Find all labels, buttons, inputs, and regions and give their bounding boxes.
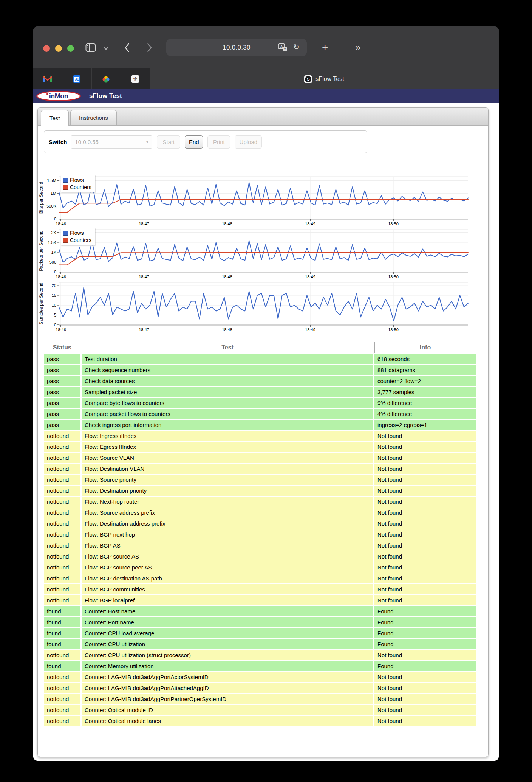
- legend-label: Counters: [70, 237, 91, 244]
- chart-bits-per-second: 18:4618:4718:4818:4918:500500K1M1.5MBits…: [38, 174, 469, 227]
- cell-info: Not found: [374, 453, 476, 463]
- cell-test: Check sequence numbers: [82, 365, 373, 375]
- cell-test: Flow: BGP AS: [82, 540, 373, 551]
- pinned-tab-gmail[interactable]: [33, 68, 62, 90]
- cell-info: Not found: [374, 650, 476, 660]
- cell-test: Counter: LAG-MIB dot3adAggPortPartnerOpe…: [82, 694, 373, 704]
- tab-strip: 31 ⚜ S sFlow Test: [33, 68, 499, 90]
- print-button[interactable]: Print: [207, 135, 230, 149]
- zoom-window-button[interactable]: [67, 45, 74, 52]
- cell-status: notfound: [44, 475, 80, 485]
- start-button[interactable]: Start: [157, 135, 180, 149]
- page-title: sFlow Test: [89, 92, 122, 100]
- cell-test: Counter: CPU utilization (struct process…: [82, 650, 373, 660]
- results-body: passTest duration618 secondspassCheck se…: [44, 354, 476, 726]
- inmon-logo-text: inMon: [49, 92, 68, 100]
- cell-status: notfound: [44, 650, 80, 660]
- cell-info: Not found: [374, 584, 476, 594]
- table-row: notfoundFlow: BGP ASNot found: [44, 540, 476, 551]
- table-row: passCheck ingress port informationingres…: [44, 420, 476, 430]
- svg-text:1.5M: 1.5M: [47, 178, 56, 183]
- cell-test: Check ingress port information: [82, 420, 373, 430]
- overflow-chevrons-icon[interactable]: »: [355, 42, 360, 52]
- cell-status: notfound: [44, 683, 80, 693]
- svg-text:Bits per Second: Bits per Second: [39, 182, 44, 214]
- table-row: passCheck sequence numbers881 datagrams: [44, 365, 476, 375]
- legend-label: Flows: [70, 177, 84, 184]
- cell-test: Flow: BGP destination AS path: [82, 573, 373, 583]
- pinned-tab-calendar[interactable]: 31: [62, 68, 91, 90]
- cell-status: found: [44, 639, 80, 649]
- end-button[interactable]: End: [185, 135, 203, 149]
- svg-text:18:48: 18:48: [222, 275, 232, 279]
- svg-text:Packets per Second: Packets per Second: [39, 230, 44, 271]
- table-row: foundCounter: Port nameFound: [44, 617, 476, 627]
- pinned-tab-photos[interactable]: [92, 68, 121, 90]
- web-page: inMon sFlow Test Test Instructions Switc…: [33, 89, 499, 761]
- chart-canvas: 18:4618:4718:4818:4918:5005101520Samples…: [38, 280, 469, 333]
- upload-button[interactable]: Upload: [235, 135, 262, 149]
- url-text: 10.0.0.30: [223, 44, 251, 51]
- cell-status: found: [44, 628, 80, 638]
- cell-test: Flow: Source address prefix: [82, 507, 373, 518]
- reload-icon[interactable]: ↻: [293, 43, 300, 51]
- cell-info: 881 datagrams: [374, 365, 476, 375]
- url-field[interactable]: 10.0.0.30 A * ↻: [166, 39, 307, 56]
- cell-test: Counter: Port name: [82, 617, 373, 627]
- cell-info: Not found: [374, 464, 476, 474]
- close-window-button[interactable]: [43, 45, 50, 52]
- cell-status: notfound: [44, 551, 80, 562]
- cell-info: Not found: [374, 683, 476, 693]
- legend-swatch: [63, 178, 68, 183]
- table-row: notfoundFlow: Egress IfIndexNot found: [44, 442, 476, 452]
- translate-glyph: A *: [278, 43, 288, 51]
- chart-canvas: 18:4618:4718:4818:4918:500500K1M1.5MBits…: [38, 174, 469, 227]
- svg-text:18:48: 18:48: [222, 327, 232, 332]
- forward-icon[interactable]: [147, 42, 153, 53]
- legend-label: Counters: [70, 184, 91, 191]
- minimize-window-button[interactable]: [55, 45, 62, 52]
- svg-text:18:48: 18:48: [222, 222, 232, 226]
- cell-status: pass: [44, 409, 80, 419]
- cell-test: Flow: Source priority: [82, 475, 373, 485]
- cell-test: Flow: BGP source AS: [82, 551, 373, 562]
- table-row: notfoundCounter: LAG-MIB dot3adAggPortAt…: [44, 683, 476, 693]
- column-header-status: Status: [44, 342, 80, 353]
- cell-status: notfound: [44, 464, 80, 474]
- table-row: notfoundFlow: Source priorityNot found: [44, 475, 476, 485]
- svg-text:1K: 1K: [51, 250, 57, 254]
- switch-select[interactable]: 10.0.0.55 ▾: [71, 135, 152, 149]
- sidebar-icon[interactable]: [85, 43, 96, 52]
- cell-test: Flow: BGP communities: [82, 584, 373, 594]
- cell-info: Not found: [374, 551, 476, 562]
- back-icon[interactable]: [124, 42, 130, 53]
- cell-status: notfound: [44, 529, 80, 540]
- svg-text:10: 10: [52, 303, 56, 307]
- table-row: passTest duration618 seconds: [44, 354, 476, 364]
- cell-test: Flow: BGP localpref: [82, 595, 373, 605]
- cell-test: Counter: LAG-MIB dot3adAggPortActorSyste…: [82, 672, 373, 682]
- translate-icon[interactable]: A *: [278, 43, 288, 51]
- cell-test: Test duration: [82, 354, 373, 364]
- cell-test: Flow: Source VLAN: [82, 453, 373, 463]
- table-row: notfoundFlow: Destination priorityNot fo…: [44, 486, 476, 496]
- cell-info: Not found: [374, 573, 476, 583]
- new-tab-icon[interactable]: +: [322, 42, 328, 53]
- cell-status: notfound: [44, 518, 80, 529]
- browser-toolbar: 10.0.0.30 A * ↻ + »: [33, 26, 499, 68]
- cell-info: Not found: [374, 442, 476, 452]
- active-tab-title: sFlow Test: [315, 76, 344, 82]
- cell-info: Found: [374, 639, 476, 649]
- tab-instructions[interactable]: Instructions: [70, 110, 117, 125]
- cell-status: notfound: [44, 453, 80, 463]
- cell-info: Not found: [374, 431, 476, 441]
- cell-info: Found: [374, 628, 476, 638]
- pinned-tab-scouting[interactable]: ⚜: [121, 68, 150, 90]
- chevron-down-icon[interactable]: [104, 47, 108, 50]
- active-tab[interactable]: S sFlow Test: [150, 68, 499, 90]
- chevron-down-glyph: [104, 47, 108, 50]
- tab-test[interactable]: Test: [41, 110, 69, 126]
- svg-text:A: A: [280, 45, 283, 49]
- svg-text:15: 15: [52, 293, 56, 298]
- cell-info: Not found: [374, 562, 476, 573]
